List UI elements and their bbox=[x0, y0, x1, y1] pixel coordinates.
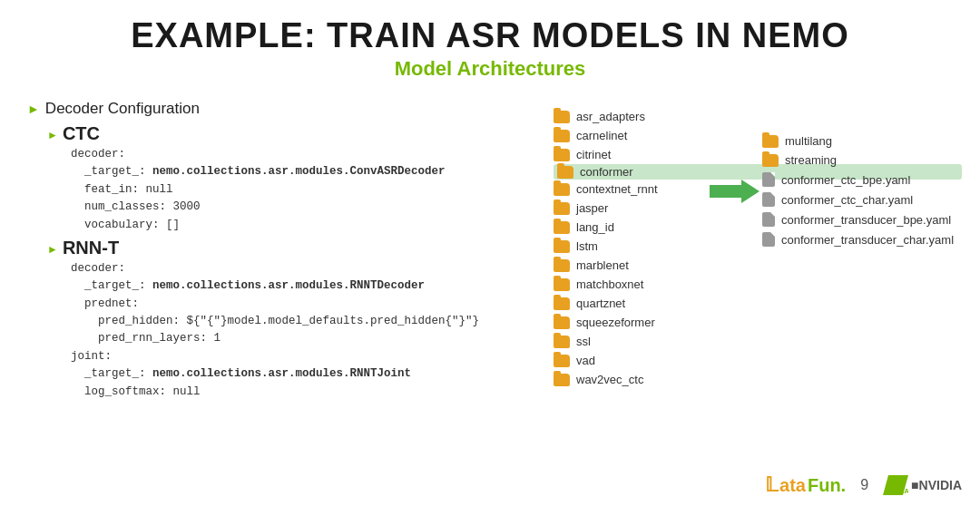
ctc-arrow-icon: ► bbox=[47, 129, 58, 141]
folder-icon bbox=[554, 316, 570, 329]
folder-icon bbox=[554, 221, 570, 234]
folder-name: ssl bbox=[576, 335, 591, 348]
ctc-bullet: ► CTC bbox=[47, 127, 544, 146]
page-title: EXAMPLE: TRAIN ASR MODELS IN NEMO bbox=[0, 16, 980, 55]
file-icon bbox=[762, 212, 775, 227]
folder-name: jasper bbox=[576, 201, 608, 215]
list-item: asr_adapters bbox=[554, 107, 962, 126]
ctc-code-line-2: _target_: nemo.collections.asr.modules.C… bbox=[71, 163, 544, 180]
list-item: multilang bbox=[762, 131, 954, 151]
filename: conformer_transducer_char.yaml bbox=[781, 233, 954, 247]
rnnt-code-line-7: _target_: nemo.collections.asr.modules.R… bbox=[71, 365, 544, 383]
rnnt-code-line-1: decoder: bbox=[71, 260, 544, 277]
folder-name: citrinet bbox=[576, 148, 611, 161]
page-subtitle: Model Architectures bbox=[0, 57, 980, 81]
list-item: conformer_ctc_bpe.yaml bbox=[762, 170, 954, 190]
page-number: 9 bbox=[860, 477, 868, 493]
ctc-code-line-5: vocabulary: [] bbox=[71, 217, 544, 234]
ctc-code-line-4: num_classes: 3000 bbox=[71, 199, 544, 216]
filename: conformer_ctc_bpe.yaml bbox=[781, 173, 910, 187]
folder-icon bbox=[554, 202, 570, 215]
ctc-code: decoder: _target_: nemo.collections.asr.… bbox=[71, 146, 544, 234]
file-icon bbox=[762, 192, 775, 207]
folder-icon bbox=[557, 166, 573, 179]
ctc-code-line-3: feat_in: null bbox=[71, 181, 544, 199]
datafun-fun-text: Fun. bbox=[808, 475, 846, 496]
conformer-subtree: multilang streaming conformer_ctc_bpe.ya… bbox=[762, 131, 954, 249]
nvidia-text: ■NVIDIA bbox=[911, 478, 962, 492]
subfolder-name: multilang bbox=[785, 134, 832, 148]
filename: conformer_ctc_char.yaml bbox=[781, 193, 913, 207]
nvidia-eye-icon: NVIDIA bbox=[883, 475, 908, 495]
list-item: quartznet bbox=[554, 294, 962, 313]
folder-name: matchboxnet bbox=[576, 277, 643, 291]
folder-icon bbox=[554, 259, 570, 272]
datafun-text: ata bbox=[779, 475, 806, 496]
folder-icon bbox=[554, 183, 570, 196]
list-item: squeezeformer bbox=[554, 313, 962, 332]
folder-icon bbox=[762, 154, 779, 167]
rnnt-code-line-3: prednet: bbox=[71, 296, 544, 313]
folder-name: lang_id bbox=[576, 220, 614, 234]
rnnt-code-line-4: pred_hidden: ${"{"}model.model_defaults.… bbox=[71, 313, 544, 330]
ctc-code-line-1: decoder: bbox=[71, 146, 544, 163]
left-panel: ► Decoder Configuration ► CTC decoder: _… bbox=[27, 100, 544, 401]
list-item: conformer_transducer_char.yaml bbox=[762, 229, 954, 249]
folder-name: carnelinet bbox=[576, 129, 627, 142]
list-item: ssl bbox=[554, 332, 962, 351]
file-icon bbox=[762, 232, 775, 247]
folder-name: quartznet bbox=[576, 297, 625, 310]
folder-name: marblenet bbox=[576, 258, 629, 272]
list-item: matchboxnet bbox=[554, 275, 962, 294]
folder-name: conformer bbox=[580, 165, 633, 179]
folder-name: wav2vec_ctc bbox=[576, 373, 643, 386]
decoder-config-bullet: ► Decoder Configuration bbox=[27, 100, 544, 118]
datafun-d-icon: 𝕃 bbox=[765, 473, 778, 497]
green-arrow-icon bbox=[710, 178, 760, 205]
rnnt-arrow-icon: ► bbox=[47, 243, 58, 256]
folder-name: vad bbox=[576, 354, 595, 367]
list-item: wav2vec_ctc bbox=[554, 370, 962, 389]
file-icon bbox=[762, 172, 775, 187]
folder-name: asr_adapters bbox=[576, 110, 645, 123]
filename: conformer_transducer_bpe.yaml bbox=[781, 213, 951, 227]
list-item: vad bbox=[554, 351, 962, 370]
rnnt-code: decoder: _target_: nemo.collections.asr.… bbox=[71, 260, 544, 401]
list-item: streaming bbox=[762, 151, 954, 170]
bullet-arrow-icon: ► bbox=[27, 102, 40, 116]
rnnt-code-line-5: pred_rnn_layers: 1 bbox=[71, 330, 544, 347]
datafun-logo: 𝕃 ata Fun. bbox=[765, 473, 846, 497]
folder-name: lstm bbox=[576, 239, 598, 253]
rnnt-code-line-8: log_softmax: null bbox=[71, 384, 544, 401]
folder-icon bbox=[554, 336, 570, 348]
nvidia-logo: NVIDIA ■NVIDIA bbox=[883, 475, 962, 495]
folder-name: contextnet_rnnt bbox=[576, 182, 658, 196]
folder-icon bbox=[554, 374, 570, 386]
footer: 𝕃 ata Fun. 9 NVIDIA ■NVIDIA bbox=[765, 473, 962, 497]
rnnt-section: ► RNN-T decoder: _target_: nemo.collecti… bbox=[27, 241, 544, 401]
list-item: marblenet bbox=[554, 256, 962, 275]
ctc-section: ► CTC decoder: _target_: nemo.collection… bbox=[27, 127, 544, 234]
ctc-label: CTC bbox=[63, 123, 100, 144]
rnnt-label: RNN-T bbox=[63, 238, 119, 258]
folder-name: squeezeformer bbox=[576, 316, 655, 329]
rnnt-bullet: ► RNN-T bbox=[47, 241, 544, 260]
folder-icon bbox=[554, 355, 570, 367]
rnnt-code-line-6: joint: bbox=[71, 348, 544, 365]
svg-text:NVIDIA: NVIDIA bbox=[885, 487, 908, 495]
svg-marker-0 bbox=[710, 180, 760, 203]
list-item: conformer_ctc_char.yaml bbox=[762, 190, 954, 209]
folder-icon bbox=[554, 149, 570, 161]
folder-icon bbox=[554, 297, 570, 310]
rnnt-code-line-2: _target_: nemo.collections.asr.modules.R… bbox=[71, 277, 544, 295]
decoder-config-label: Decoder Configuration bbox=[45, 100, 200, 118]
folder-icon bbox=[554, 240, 570, 253]
subfolder-name: streaming bbox=[785, 153, 837, 167]
list-item: conformer_transducer_bpe.yaml bbox=[762, 209, 954, 229]
folder-icon bbox=[554, 130, 570, 142]
folder-icon bbox=[554, 111, 570, 123]
folder-icon bbox=[762, 135, 779, 148]
folder-icon bbox=[554, 278, 570, 291]
